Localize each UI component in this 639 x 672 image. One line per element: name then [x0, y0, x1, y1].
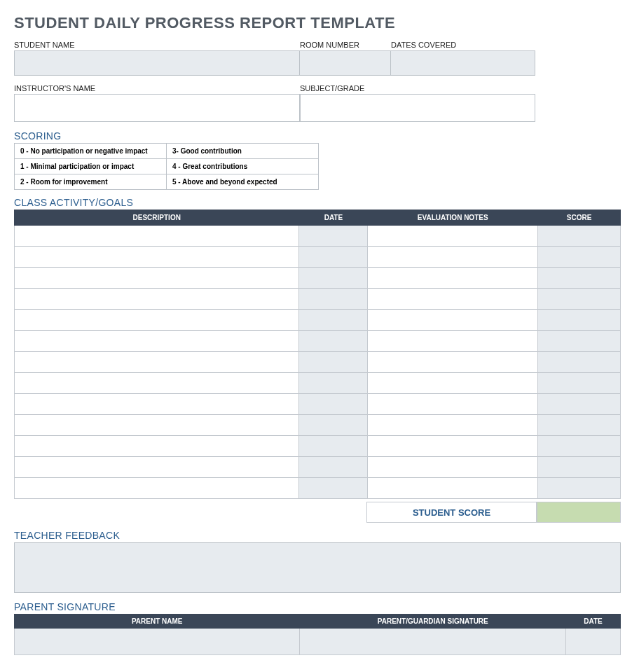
- feedback-field[interactable]: [14, 542, 621, 593]
- cell-score[interactable]: [538, 415, 621, 436]
- cell-notes[interactable]: [368, 352, 538, 373]
- cell-description[interactable]: [15, 457, 299, 478]
- page-title: STUDENT DAILY PROGRESS REPORT TEMPLATE: [14, 14, 625, 32]
- info-row-1: STUDENT NAME ROOM NUMBER DATES COVERED: [14, 41, 625, 76]
- cell-date[interactable]: [299, 226, 368, 247]
- scoring-cell: 2 - Room for improvement: [15, 174, 167, 190]
- scoring-cell: 4 - Great contributions: [167, 159, 319, 174]
- cell-description[interactable]: [15, 373, 299, 394]
- th-parent-signature: PARENT/GUARDIAN SIGNATURE: [300, 615, 566, 629]
- cell-score[interactable]: [538, 289, 621, 310]
- cell-score[interactable]: [538, 352, 621, 373]
- activity-row: [15, 268, 621, 289]
- cell-notes[interactable]: [368, 478, 538, 499]
- room-number-field[interactable]: [300, 50, 391, 76]
- signature-heading: PARENT SIGNATURE: [14, 601, 625, 612]
- th-notes: EVALUATION NOTES: [368, 210, 538, 226]
- cell-description[interactable]: [15, 226, 299, 247]
- student-name-label: STUDENT NAME: [14, 41, 300, 49]
- cell-notes[interactable]: [368, 415, 538, 436]
- signature-date-field[interactable]: [566, 629, 621, 655]
- student-score-label: STUDENT SCORE: [366, 502, 537, 523]
- feedback-heading: TEACHER FEEDBACK: [14, 530, 625, 541]
- cell-date[interactable]: [299, 247, 368, 268]
- th-parent-name: PARENT NAME: [15, 615, 300, 629]
- th-date: DATE: [299, 210, 368, 226]
- activity-row: [15, 226, 621, 247]
- activity-row: [15, 436, 621, 457]
- cell-date[interactable]: [299, 310, 368, 331]
- cell-notes[interactable]: [368, 289, 538, 310]
- cell-date[interactable]: [299, 373, 368, 394]
- cell-description[interactable]: [15, 394, 299, 415]
- dates-covered-label: DATES COVERED: [391, 41, 535, 49]
- cell-description[interactable]: [15, 415, 299, 436]
- cell-description[interactable]: [15, 247, 299, 268]
- activity-row: [15, 457, 621, 478]
- cell-notes[interactable]: [368, 268, 538, 289]
- cell-score[interactable]: [538, 457, 621, 478]
- scoring-heading: SCORING: [14, 130, 625, 142]
- activity-heading: CLASS ACTIVITY/GOALS: [14, 197, 625, 208]
- scoring-cell: 0 - No participation or negative impact: [15, 144, 167, 159]
- scoring-table: 0 - No participation or negative impact …: [14, 143, 319, 190]
- cell-notes[interactable]: [368, 226, 538, 247]
- cell-score[interactable]: [538, 478, 621, 499]
- signature-table: PARENT NAME PARENT/GUARDIAN SIGNATURE DA…: [14, 614, 621, 655]
- cell-notes[interactable]: [368, 331, 538, 352]
- cell-score[interactable]: [538, 310, 621, 331]
- cell-score[interactable]: [538, 436, 621, 457]
- subject-label: SUBJECT/GRADE: [300, 84, 535, 92]
- cell-score[interactable]: [538, 394, 621, 415]
- cell-notes[interactable]: [368, 457, 538, 478]
- activity-row: [15, 352, 621, 373]
- activity-row: [15, 394, 621, 415]
- cell-description[interactable]: [15, 352, 299, 373]
- cell-notes[interactable]: [368, 373, 538, 394]
- cell-date[interactable]: [299, 331, 368, 352]
- activity-row: [15, 373, 621, 394]
- activity-row: [15, 415, 621, 436]
- cell-description[interactable]: [15, 331, 299, 352]
- cell-date[interactable]: [299, 268, 368, 289]
- cell-score[interactable]: [538, 247, 621, 268]
- dates-covered-field[interactable]: [391, 50, 535, 76]
- cell-notes[interactable]: [368, 394, 538, 415]
- cell-description[interactable]: [15, 268, 299, 289]
- cell-date[interactable]: [299, 289, 368, 310]
- cell-date[interactable]: [299, 478, 368, 499]
- instructor-field[interactable]: [14, 94, 300, 122]
- cell-date[interactable]: [299, 415, 368, 436]
- student-score-row: STUDENT SCORE: [14, 502, 621, 523]
- cell-score[interactable]: [538, 268, 621, 289]
- room-number-label: ROOM NUMBER: [300, 41, 391, 49]
- cell-description[interactable]: [15, 436, 299, 457]
- cell-notes[interactable]: [368, 310, 538, 331]
- cell-score[interactable]: [538, 331, 621, 352]
- student-name-field[interactable]: [14, 50, 300, 76]
- th-sig-date: DATE: [566, 615, 621, 629]
- cell-date[interactable]: [299, 352, 368, 373]
- scoring-cell: 3- Good contribution: [167, 144, 319, 159]
- cell-description[interactable]: [15, 310, 299, 331]
- activity-row: [15, 331, 621, 352]
- activity-row: [15, 310, 621, 331]
- parent-signature-field[interactable]: [300, 629, 566, 655]
- th-score: SCORE: [538, 210, 621, 226]
- cell-description[interactable]: [15, 289, 299, 310]
- subject-field[interactable]: [300, 94, 535, 122]
- cell-notes[interactable]: [368, 436, 538, 457]
- scoring-cell: 1 - Minimal participation or impact: [15, 159, 167, 174]
- scoring-cell: 5 - Above and beyond expected: [167, 174, 319, 190]
- cell-date[interactable]: [299, 436, 368, 457]
- student-score-value[interactable]: [537, 502, 621, 523]
- cell-description[interactable]: [15, 478, 299, 499]
- cell-score[interactable]: [538, 226, 621, 247]
- activity-row: [15, 478, 621, 499]
- cell-score[interactable]: [538, 373, 621, 394]
- activity-row: [15, 289, 621, 310]
- cell-notes[interactable]: [368, 247, 538, 268]
- cell-date[interactable]: [299, 394, 368, 415]
- cell-date[interactable]: [299, 457, 368, 478]
- parent-name-field[interactable]: [15, 629, 300, 655]
